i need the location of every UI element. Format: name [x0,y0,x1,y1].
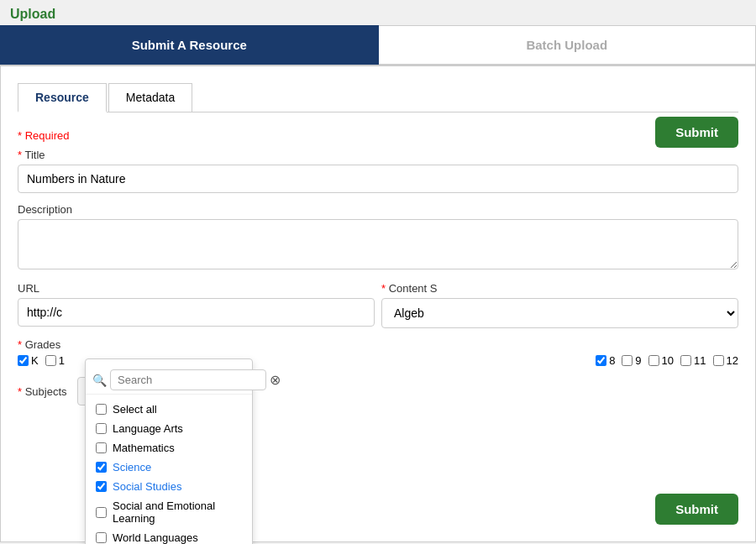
submit-button-bottom[interactable]: Submit [655,494,738,525]
grade-10-label[interactable]: 10 [648,354,674,367]
science-checkbox[interactable] [96,462,107,473]
world-languages-label: World Languages [113,531,198,544]
content-area: Resource Metadata * Required Submit Titl… [0,65,756,542]
language-arts-checkbox[interactable] [96,423,107,434]
title-label: Title [18,149,738,161]
dropdown-item-social-studies[interactable]: Social Studies [86,477,252,496]
grade-1-label[interactable]: 1 [45,354,65,367]
clear-search-icon[interactable]: ⊗ [270,372,281,388]
dropdown-item-science[interactable]: Science [86,458,252,477]
sel-checkbox[interactable] [96,507,107,518]
url-label: URL [18,282,375,295]
dropdown-item-select-all[interactable]: Select all [86,400,252,419]
grade-8-checkbox[interactable] [596,355,606,366]
sel-label: Social and Emotional Learning [113,500,242,525]
dropdown-search-input[interactable] [110,369,266,390]
tab-submit-resource[interactable]: Submit A Resource [0,25,379,65]
search-icon: 🔍 [92,374,107,387]
grade-9-label[interactable]: 9 [622,354,641,367]
submit-button-top[interactable]: Submit [655,117,738,148]
page-title: Upload [0,0,756,25]
world-languages-checkbox[interactable] [96,532,107,543]
content-subject-label: Content S [381,282,738,295]
subjects-label: Subjects [18,385,67,398]
dropdown-item-world-languages[interactable]: World Languages [86,528,252,544]
content-subject-select[interactable]: Algeb [381,298,738,328]
mathematics-label: Mathematics [113,442,175,454]
grade-8-label[interactable]: 8 [596,354,615,367]
grade-12-checkbox[interactable] [713,355,724,366]
inner-tab-metadata[interactable]: Metadata [108,83,192,112]
main-tab-bar: Submit A Resource Batch Upload [0,25,756,65]
description-label: Description [18,203,738,216]
required-label: * Required [18,129,738,142]
select-all-label: Select all [113,403,157,416]
grade-12-label[interactable]: 12 [713,354,738,367]
select-all-checkbox[interactable] [96,404,107,415]
grade-k-label[interactable]: K [18,354,39,367]
dropdown-search-bar: 🔍 ⊗ [86,366,252,395]
dropdown-item-mathematics[interactable]: Mathematics [86,438,252,458]
grade-k-checkbox[interactable] [18,355,29,366]
title-input[interactable] [18,165,738,193]
grade-10-checkbox[interactable] [648,355,659,366]
social-studies-checkbox[interactable] [96,481,107,492]
description-input[interactable] [18,219,738,269]
dropdown-item-language-arts[interactable]: Language Arts [86,419,252,438]
mathematics-checkbox[interactable] [96,442,107,453]
social-studies-label: Social Studies [113,480,181,493]
grade-11-label[interactable]: 11 [680,354,706,367]
grade-9-checkbox[interactable] [622,355,633,366]
grades-label: Grades [18,338,738,351]
url-input[interactable] [18,298,375,327]
science-label: Science [113,461,151,473]
inner-tab-bar: Resource Metadata [18,83,738,112]
grade-11-checkbox[interactable] [680,355,691,366]
content-subject-col: Content S Algeb [381,282,738,328]
grade-1-checkbox[interactable] [45,355,56,366]
url-col: URL [18,282,375,327]
language-arts-label: Language Arts [113,422,183,435]
inner-tab-resource[interactable]: Resource [18,83,107,112]
tab-batch-upload[interactable]: Batch Upload [379,25,757,65]
url-content-row: URL Content S Algeb [18,282,738,328]
dropdown-item-sel[interactable]: Social and Emotional Learning [86,496,252,528]
subjects-dropdown-overlay: 🔍 ⊗ Select all Language Arts Mathematics… [85,358,253,544]
